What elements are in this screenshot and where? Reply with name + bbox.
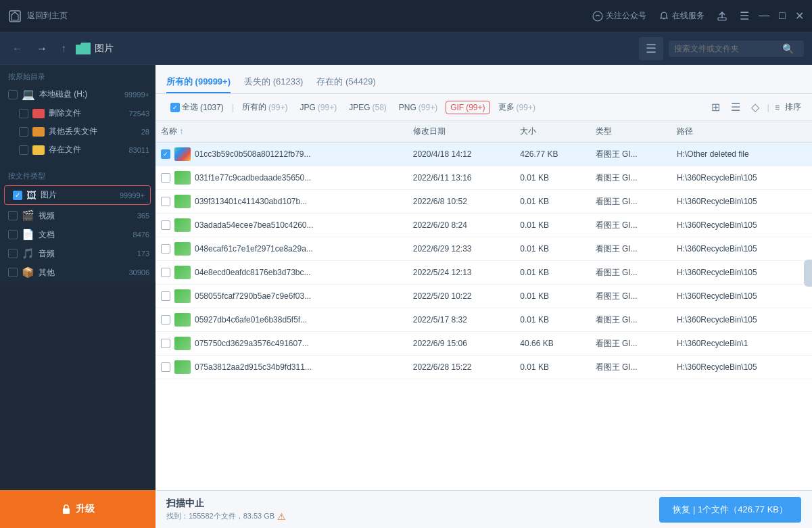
sidebar-type-image[interactable]: 🖼 图片 99999+ [5,186,150,204]
filter-all-label: 全选 [182,101,198,113]
table-row: 075a3812aa2d915c34b9fd311...2022/6/28 15… [156,356,812,379]
other-checkbox[interactable] [19,127,28,137]
window-controls: ☰ — □ ✕ [740,9,804,22]
row-checkbox[interactable] [161,244,170,254]
list-view-button[interactable]: ☰ [728,99,743,115]
row-checkbox[interactable] [161,220,170,230]
menu-button[interactable]: ☰ [639,37,663,60]
deleted-count: 72543 [128,110,149,118]
search-input-wrap: 🔍 [669,41,804,57]
tab-all[interactable]: 所有的 (99999+) [166,72,231,93]
sidebar-section-type: 按文件类型 [0,164,155,184]
filter-jpg[interactable]: JPG (99+) [295,101,341,114]
view-controls: ⊞ ☰ ◇ | ≡ 排序 [709,99,801,115]
nav-back-button[interactable]: ← [8,40,27,57]
file-thumbnail [174,195,191,208]
file-name: 04e8ecd0eafdc8176eb3d73bc... [195,268,311,277]
file-size: 0.01 KB [515,190,590,214]
file-size: 426.77 KB [515,143,590,166]
share-button[interactable] [717,11,727,22]
back-home-button[interactable]: 返回到主页 [27,10,68,22]
follow-public-button[interactable]: 关注公众号 [592,10,646,22]
file-name: 048ecaf61c7e1ef2971ce8a29a... [195,244,313,254]
view-sep: | [767,102,769,112]
row-checkbox[interactable] [161,173,170,183]
file-list-table: 名称 ↑ 修改日期 大小 类型 路径 01cc3b59c0b508a801212… [156,121,812,379]
video-type-count: 365 [137,212,149,220]
svg-rect-3 [63,508,70,514]
filter-gif[interactable]: GIF (99+) [446,101,489,114]
preview-view-button[interactable]: ◇ [748,99,762,115]
close-button[interactable]: ✕ [795,9,804,22]
online-service-button[interactable]: 在线服务 [659,10,704,22]
table-row: 048ecaf61c7e1ef2971ce8a29a...2022/6/29 1… [156,237,812,261]
file-thumbnail [174,266,191,279]
image-type-checkbox[interactable] [13,191,22,200]
sidebar-type-audio[interactable]: 🎵 音频 173 [0,244,155,263]
file-path: H:\360RecycleBin\105 [671,285,812,308]
video-type-checkbox[interactable] [8,211,18,220]
menu-icon[interactable]: ☰ [740,9,749,22]
filter-png[interactable]: PNG (99+) [395,101,441,114]
drive-count: 99999+ [124,91,149,99]
row-checkbox[interactable] [161,149,170,159]
sidebar-section-directory: 按原始目录 [0,65,155,85]
minimize-button[interactable]: — [759,9,769,22]
row-checkbox[interactable] [161,362,170,372]
tab-exist[interactable]: 存在的 (54429) [316,72,375,93]
other-type-checkbox[interactable] [8,268,18,277]
audio-type-checkbox[interactable] [8,249,18,258]
restore-button[interactable]: 恢复 | 1个文件（426.77 KB） [659,497,801,523]
drive-checkbox[interactable] [8,90,18,99]
file-thumbnail [174,289,191,303]
file-path: H:\360RecycleBin\105 [671,166,812,190]
search-input[interactable] [674,44,782,53]
doc-type-checkbox[interactable] [8,230,18,239]
audio-type-icon: 🎵 [22,247,34,260]
exist-checkbox[interactable] [19,145,28,155]
file-type: 看图王 GI... [590,308,671,332]
file-date: 2022/6/11 13:16 [408,166,515,190]
file-date: 2022/5/20 10:22 [408,285,515,308]
upgrade-label: 升级 [76,503,95,515]
file-size: 0.01 KB [515,356,590,379]
col-date: 修改日期 [408,121,515,143]
file-name: 075a3812aa2d915c34b9fd311... [195,362,312,372]
deleted-folder-icon [32,109,45,118]
maximize-button[interactable]: □ [779,9,786,22]
sidebar-type-doc[interactable]: 📄 文档 8476 [0,225,155,244]
nav-forward-button[interactable]: → [32,40,51,57]
file-thumbnail [174,147,191,161]
sidebar-item-other-lost[interactable]: 其他丢失文件 28 [0,122,155,141]
filter-select-all[interactable]: 全选 (1037) [166,100,228,114]
file-size: 0.01 KB [515,166,590,190]
grid-view-button[interactable]: ⊞ [709,99,723,115]
row-checkbox[interactable] [161,315,170,325]
row-checkbox[interactable] [161,339,170,348]
file-name: 039f313401c411430abd107b... [195,197,307,206]
row-checkbox[interactable] [161,291,170,301]
filter-jpeg[interactable]: JPEG (58) [345,101,391,114]
file-name: 03adada54ecee7bea510c4260... [195,220,314,230]
tab-lost[interactable]: 丢失的 (61233) [244,72,303,93]
table-row: 058055fcaf7290b5ae7c9e6f03...2022/5/20 1… [156,285,812,308]
nav-up-button[interactable]: ↑ [57,40,70,57]
filter-more[interactable]: 更多 (99+) [494,100,540,114]
filter-all-type[interactable]: 所有的 (99+) [238,100,291,114]
select-all-checkbox[interactable] [170,103,180,112]
upgrade-button[interactable]: 升级 [0,490,156,528]
sidebar-type-video[interactable]: 🎬 视频 365 [0,206,155,225]
deleted-checkbox[interactable] [19,109,28,118]
row-checkbox[interactable] [161,268,170,277]
main-layout: 按原始目录 💻 本地磁盘 (H:) 99999+ 删除文件 72543 其他丢失… [0,65,812,528]
file-size: 0.01 KB [515,285,590,308]
file-size: 0.01 KB [515,214,590,237]
file-type: 看图王 GI... [590,261,671,285]
sidebar-item-exist[interactable]: 存在文件 83011 [0,141,155,159]
sidebar-type-other[interactable]: 📦 其他 30906 [0,263,155,282]
row-checkbox[interactable] [161,197,170,206]
file-name: 075750cd3629a3576c491607... [195,339,309,348]
sidebar-item-deleted[interactable]: 删除文件 72543 [0,104,155,122]
sidebar-item-drive[interactable]: 💻 本地磁盘 (H:) 99999+ [0,85,155,104]
sort-label[interactable]: 排序 [785,101,801,113]
